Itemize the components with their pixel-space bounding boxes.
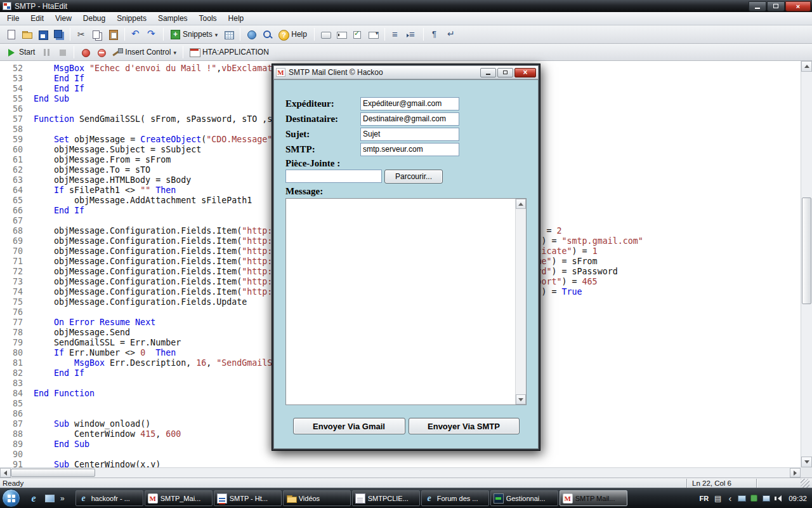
taskbar-task[interactable]: SMTP Mail... (560, 490, 627, 506)
editor-vscrollbar[interactable] (801, 61, 812, 467)
message-input[interactable] (286, 199, 526, 404)
smtp-server-input[interactable] (360, 143, 459, 156)
line-number: 72 (0, 267, 23, 277)
line-number: 53 (0, 74, 23, 84)
preview-in-browser-button[interactable] (244, 28, 259, 41)
search-button[interactable] (260, 28, 275, 41)
hta-icon (188, 46, 200, 58)
close-button[interactable]: × (785, 1, 811, 11)
scroll-right-arrow[interactable] (790, 468, 801, 478)
pause-button[interactable] (39, 46, 54, 59)
cut-button[interactable] (74, 28, 89, 41)
taskbar-clock[interactable]: 09:32 (786, 495, 807, 502)
taskbar-task[interactable]: SMTPCLIE... (352, 490, 420, 506)
hidden-icons-chevron[interactable] (725, 493, 735, 503)
menu-snippets[interactable]: Snippets (111, 12, 152, 25)
hscroll-thumb[interactable] (11, 469, 95, 477)
volume-icon[interactable] (773, 493, 783, 503)
resize-grip[interactable] (801, 479, 809, 488)
expediteur-input[interactable] (360, 97, 459, 110)
textarea-scroll-up-arrow[interactable] (516, 199, 526, 209)
code-text: MsgBox Err.Description, 16, "SendGmailSS… (23, 358, 287, 368)
show-symbols-button[interactable] (428, 28, 442, 41)
insert-control-dropdown[interactable]: Insert Control▾ (110, 46, 179, 59)
screen: SMTP - HtaEdit × FileEditViewDebugSnippe… (0, 0, 812, 508)
taskbar-task[interactable]: Vidéos (283, 490, 351, 506)
redo-button[interactable] (145, 28, 159, 41)
taskbar-task[interactable]: SMTP_Mai... (145, 490, 213, 506)
undo-button[interactable] (129, 28, 143, 41)
taskbar-task[interactable]: Forum des ... (421, 490, 489, 506)
textarea-scroll-down-arrow[interactable] (516, 394, 526, 404)
indent-button[interactable] (405, 28, 419, 41)
quick-launch-browser-icon[interactable] (27, 491, 41, 505)
line-number: 64 (0, 185, 23, 196)
line-number: 73 (0, 277, 23, 287)
sujet-input[interactable] (360, 128, 459, 141)
start-button[interactable] (2, 489, 20, 507)
stop-button[interactable] (55, 46, 70, 59)
menu-edit[interactable]: Edit (25, 12, 49, 25)
taskbar-task[interactable]: hackoofr - ... (75, 490, 143, 506)
destinataire-input[interactable] (360, 112, 459, 126)
word-wrap-button[interactable] (443, 28, 458, 41)
menu-help[interactable]: Help (223, 12, 250, 25)
copy-button[interactable] (90, 28, 105, 41)
new-file-button[interactable] (4, 28, 18, 41)
paste-button[interactable] (106, 28, 121, 41)
clear-breakpoints-button[interactable] (94, 46, 108, 59)
show-desktop-icon[interactable] (43, 491, 56, 505)
code-text: End If (23, 74, 84, 84)
menu-debug[interactable]: Debug (77, 12, 111, 25)
snippets-dropdown[interactable]: Snippets▾ (167, 28, 220, 41)
keyboard-icon[interactable] (713, 493, 723, 503)
insert-table-button[interactable] (221, 28, 236, 41)
restore-button[interactable] (767, 1, 785, 11)
toggle-breakpoint-button[interactable] (78, 46, 93, 59)
taskbar-task[interactable]: SMTP - Ht... (214, 490, 282, 506)
scroll-left-arrow[interactable] (0, 468, 11, 478)
scroll-up-arrow[interactable] (801, 61, 812, 72)
attachment-input[interactable] (285, 170, 382, 183)
send-gmail-button[interactable]: Envoyer Via Gmail (293, 418, 405, 434)
insert-dropdown-control[interactable] (366, 28, 381, 41)
save-all-button[interactable] (51, 28, 66, 41)
format-list-button[interactable] (389, 28, 403, 41)
new-icon (5, 29, 17, 41)
help-button[interactable]: Help (276, 28, 310, 41)
dialog-maximize-button[interactable] (497, 68, 513, 77)
scroll-down-arrow[interactable] (801, 457, 812, 467)
hta-application-selector[interactable]: HTA:APPLICATION (187, 46, 272, 59)
minimize-button[interactable] (749, 1, 766, 11)
saveall-icon (53, 29, 65, 41)
editor-hscrollbar[interactable] (0, 467, 801, 478)
vscroll-thumb[interactable] (802, 197, 811, 304)
line-number: 79 (0, 338, 23, 348)
menu-file[interactable]: File (1, 12, 25, 25)
quick-launch-expand-chevron[interactable]: » (58, 494, 67, 503)
insert-textbox-control[interactable] (334, 28, 349, 41)
menu-view[interactable]: View (49, 12, 77, 25)
open-file-button[interactable] (20, 28, 34, 41)
taskbar-task[interactable]: Gestionnai... (490, 490, 558, 506)
start-run-button[interactable]: Start (4, 46, 38, 59)
dialog-minimize-button[interactable] (480, 68, 496, 77)
dialog-close-button[interactable]: × (514, 68, 536, 77)
updates-icon[interactable] (749, 493, 759, 503)
line-number: 57 (0, 114, 23, 124)
dialog-titlebar[interactable]: SMTP Mail Client © Hackoo × (273, 65, 539, 79)
network-icon[interactable] (761, 493, 771, 503)
language-indicator[interactable]: FR (698, 495, 710, 502)
send-smtp-button[interactable]: Envoyer Via SMTP (409, 418, 520, 434)
menu-tools[interactable]: Tools (193, 12, 223, 25)
menu-samples[interactable]: Samples (152, 12, 193, 25)
browse-button[interactable]: Parcourir... (384, 170, 443, 184)
textarea-scrollbar[interactable] (515, 199, 526, 404)
display-icon[interactable] (737, 493, 747, 503)
hta-application-selector-label: HTA:APPLICATION (202, 48, 269, 57)
insert-checkbox-control[interactable] (350, 28, 365, 41)
insert-button-control[interactable] (318, 28, 333, 41)
line-number: 83 (0, 378, 23, 389)
save-button[interactable] (36, 28, 50, 41)
cursor-position: Ln 22, Col 6 (686, 479, 756, 488)
